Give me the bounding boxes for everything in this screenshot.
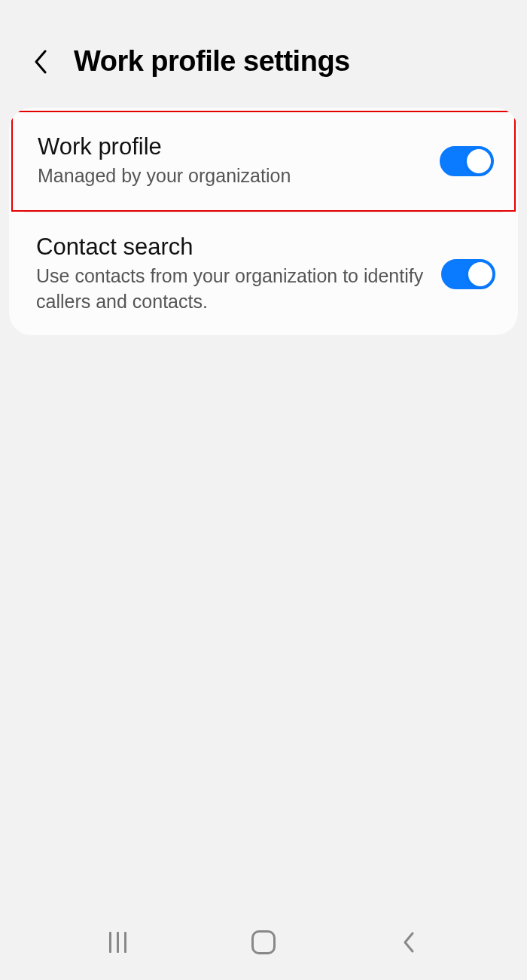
toggle-knob: [467, 261, 494, 288]
toggle-knob: [465, 148, 492, 175]
chevron-left-icon: [33, 50, 48, 74]
work-profile-toggle[interactable]: [440, 146, 494, 176]
navigation-bar: [0, 920, 527, 965]
setting-work-profile[interactable]: Work profile Managed by your organizatio…: [11, 111, 516, 212]
setting-text: Work profile Managed by your organizatio…: [38, 133, 440, 189]
page-title: Work profile settings: [74, 45, 350, 78]
home-icon: [251, 930, 276, 954]
setting-subtitle: Use contacts from your organization to i…: [36, 264, 426, 315]
back-button[interactable]: [30, 51, 51, 72]
nav-back-button[interactable]: [393, 927, 425, 958]
setting-title: Work profile: [38, 133, 425, 160]
recents-button[interactable]: [102, 927, 134, 958]
setting-title: Contact search: [36, 234, 426, 261]
contact-search-toggle[interactable]: [441, 259, 495, 289]
setting-subtitle: Managed by your organization: [38, 163, 425, 189]
settings-card: Work profile Managed by your organizatio…: [9, 108, 518, 335]
setting-contact-search[interactable]: Contact search Use contacts from your or…: [9, 212, 518, 336]
setting-text: Contact search Use contacts from your or…: [36, 234, 441, 315]
home-button[interactable]: [248, 927, 279, 958]
header: Work profile settings: [0, 0, 527, 100]
chevron-left-icon: [402, 931, 416, 954]
recents-icon: [109, 932, 126, 953]
